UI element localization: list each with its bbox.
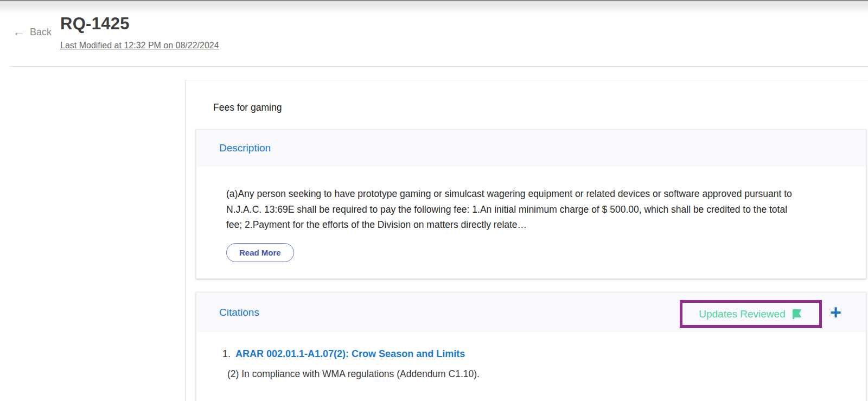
last-modified-link[interactable]: Last Modified at 12:32 PM on 08/22/2024 [60, 41, 219, 50]
detail-card: Fees for gaming Description (a)Any perso… [185, 80, 868, 401]
citation-link[interactable]: ARAR 002.01.1-A1.07(2): Crow Season and … [235, 348, 465, 359]
description-section-header: Description [196, 130, 866, 167]
citation-item: 1.ARAR 002.01.1-A1.07(2): Crow Season an… [222, 348, 866, 360]
back-button[interactable]: ← Back [13, 26, 52, 38]
window-top-shade [0, 0, 868, 14]
header-divider [10, 66, 868, 67]
description-text: (a)Any person seeking to have prototype … [226, 186, 800, 233]
updates-reviewed-button[interactable]: Updates Reviewed [680, 300, 822, 328]
citations-list: 1.ARAR 002.01.1-A1.07(2): Crow Season an… [196, 332, 866, 380]
citations-section-title: Citations [219, 307, 259, 319]
back-arrow-icon: ← [13, 26, 25, 38]
citation-detail: (2) In compliance with WMA regulations (… [227, 368, 866, 380]
description-section-title: Description [219, 142, 271, 154]
add-citation-button[interactable]: + [830, 292, 841, 332]
description-body: (a)Any person seeking to have prototype … [196, 167, 866, 262]
citations-section: Citations Updates Reviewed + 1.ARAR 002.… [196, 292, 866, 401]
record-name: Fees for gaming [213, 102, 282, 113]
citation-number: 1. [222, 348, 231, 359]
read-more-button[interactable]: Read More [226, 243, 294, 262]
description-section: Description (a)Any person seeking to hav… [196, 129, 866, 279]
updates-reviewed-label: Updates Reviewed [699, 308, 785, 320]
citations-section-header: Citations Updates Reviewed + [196, 292, 866, 332]
flag-icon [790, 308, 803, 320]
back-label: Back [30, 27, 52, 38]
page-title: RQ-1425 [60, 14, 130, 34]
